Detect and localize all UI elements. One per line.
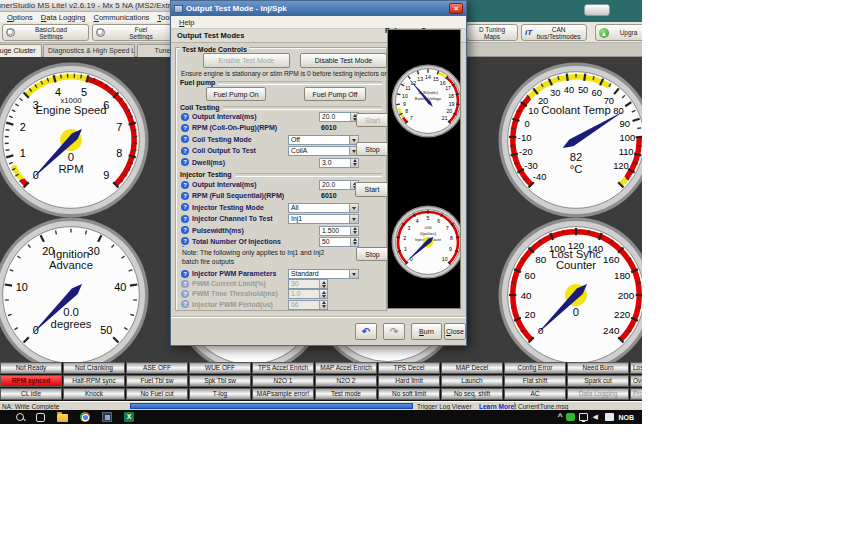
chevron-down-icon[interactable] xyxy=(349,204,358,212)
chevron-down-icon[interactable] xyxy=(349,270,358,278)
fuel-settings-button[interactable]: FuelSettings xyxy=(92,24,179,41)
help-icon[interactable] xyxy=(181,147,189,155)
spinner-arrows[interactable] xyxy=(319,301,327,309)
injector-start-button[interactable]: Start xyxy=(355,182,389,197)
indicator-n2o-2: N2O 2 xyxy=(315,375,377,387)
help-icon[interactable] xyxy=(181,270,189,278)
ignition-advance-gauge[interactable]: 01020304050IgnitionAdvance0.0degrees xyxy=(0,217,149,362)
spinner-field[interactable]: 1.0 xyxy=(288,289,328,299)
help-icon[interactable] xyxy=(181,124,189,132)
redo-icon[interactable] xyxy=(383,323,405,340)
dropdown-field[interactable]: Inj1 xyxy=(288,214,359,224)
close-button[interactable]: Close xyxy=(444,323,466,340)
spinner-arrows[interactable] xyxy=(350,159,358,167)
svg-text:3: 3 xyxy=(407,225,410,231)
injection-count-gauge[interactable]: 012345678910x100Injection Count0(pulses) xyxy=(391,205,461,283)
app-icon[interactable] xyxy=(102,412,112,422)
spinner-arrows[interactable] xyxy=(350,238,358,246)
dropdown-field[interactable]: Off xyxy=(288,135,359,145)
param-label: Output Interval(ms) xyxy=(192,113,257,120)
tab-diagnostics-loggers[interactable]: Diagnostics & High Speed Loggers xyxy=(43,44,135,57)
menu-data-logging[interactable]: Data Logging xyxy=(37,13,90,22)
spinner-arrows[interactable] xyxy=(350,227,358,235)
svg-text:degrees: degrees xyxy=(51,318,92,330)
basic-load-settings-button[interactable]: Basic/LoadSettings xyxy=(2,24,89,41)
indicator-over-b: Over b xyxy=(630,375,642,387)
dialog-titlebar[interactable]: Output Test Mode - Inj/Spk xyxy=(171,1,466,16)
note-dash: - xyxy=(182,242,184,249)
upgrade-button[interactable]: Upgra xyxy=(595,24,642,41)
menu-communications[interactable]: Communications xyxy=(89,13,153,22)
svg-text:40: 40 xyxy=(521,290,532,301)
tuning-maps-button[interactable]: D TuningMaps xyxy=(466,24,518,41)
tray-chevron-icon[interactable] xyxy=(558,412,563,422)
help-icon[interactable] xyxy=(181,215,189,223)
lost-sync-counter-gauge[interactable]: 020406080100120140160180200220240Lost Sy… xyxy=(498,217,642,362)
network-icon[interactable] xyxy=(579,413,588,421)
fuel-pump-off-button[interactable]: Fuel Pump Off xyxy=(304,87,366,101)
help-icon[interactable] xyxy=(181,181,189,189)
search-icon[interactable] xyxy=(16,413,24,421)
svg-text:20: 20 xyxy=(524,309,535,320)
help-icon[interactable] xyxy=(181,113,189,121)
learn-more-link[interactable]: Learn More! xyxy=(479,403,516,410)
spinner-field[interactable]: 50 xyxy=(319,237,359,247)
undo-icon[interactable] xyxy=(355,323,377,340)
param-label: Injector Channel To Test xyxy=(192,215,273,222)
spinner-field[interactable]: 30 xyxy=(288,279,328,289)
enable-test-mode-button[interactable]: Enable Test Mode xyxy=(203,53,290,68)
svg-text:90: 90 xyxy=(620,118,630,129)
help-icon[interactable] xyxy=(181,158,189,166)
help-icon[interactable] xyxy=(181,226,189,234)
fuel-pump-on-button[interactable]: Fuel Pump On xyxy=(206,87,266,101)
help-icon[interactable] xyxy=(181,135,189,143)
coolant-temp-gauge[interactable]: -40-30-20-100102030405060708090100110120… xyxy=(498,62,642,222)
help-icon[interactable] xyxy=(181,203,189,211)
gauge-icon xyxy=(6,28,15,37)
svg-text:0: 0 xyxy=(68,151,74,163)
spinner-arrows[interactable] xyxy=(319,290,327,298)
indicator-cl-idle: CL idle xyxy=(0,388,62,400)
help-icon[interactable] xyxy=(181,300,189,308)
svg-text:Counter: Counter xyxy=(556,259,596,271)
tray-shield-icon[interactable] xyxy=(566,413,575,421)
file-explorer-icon[interactable] xyxy=(57,414,68,422)
help-icon[interactable] xyxy=(181,290,189,298)
battery-voltage-gauge[interactable]: 789101112131415161718192021Battery Volta… xyxy=(391,64,461,142)
close-icon[interactable] xyxy=(449,3,463,14)
spinner-field[interactable]: 20.0 xyxy=(319,112,359,122)
indicator-spk-tbl-sw: Spk Tbl sw xyxy=(189,375,251,387)
dropdown-field[interactable]: CoilA xyxy=(288,146,359,156)
disable-test-mode-button[interactable]: Disable Test Mode xyxy=(300,53,387,68)
engine-speed-gauge[interactable]: 0123456789x1000Engine Speed0RPM xyxy=(0,62,149,222)
notifications-icon[interactable] xyxy=(605,413,614,421)
spinner-field[interactable]: 20.0 xyxy=(319,180,359,190)
svg-text:-40: -40 xyxy=(533,171,547,182)
spinner-field[interactable]: 66 xyxy=(288,300,328,310)
dialog-menu-help[interactable]: Help xyxy=(175,18,198,27)
keyboard-layout-label[interactable]: NOB xyxy=(618,414,634,421)
dropdown-field[interactable]: Standard xyxy=(288,269,359,279)
svg-text:9: 9 xyxy=(103,169,109,181)
chrome-icon[interactable] xyxy=(80,412,90,422)
chevron-down-icon[interactable] xyxy=(349,215,358,223)
svg-text:10: 10 xyxy=(528,105,538,116)
dropdown-field[interactable]: All xyxy=(288,203,359,213)
help-icon[interactable] xyxy=(181,280,189,288)
svg-text:11: 11 xyxy=(405,85,410,91)
spinner-field[interactable]: 1.500 xyxy=(319,226,359,236)
can-bus-testmodes-button[interactable]: iT CANbus/Testmodes xyxy=(521,24,587,41)
spinner-arrows[interactable] xyxy=(319,280,327,288)
window-control-button[interactable] xyxy=(584,4,610,16)
tab-gauge-cluster[interactable]: Gauge Cluster xyxy=(0,44,42,57)
burn-button[interactable]: Burn xyxy=(411,323,442,340)
indicator-spark-cut: Spark cut xyxy=(567,375,629,387)
svg-text:6: 6 xyxy=(437,218,440,224)
spinner-field[interactable]: 3.0 xyxy=(319,158,359,168)
excel-icon[interactable] xyxy=(124,412,134,422)
menu-options[interactable]: Options xyxy=(3,13,37,22)
help-icon[interactable] xyxy=(181,192,189,200)
volume-icon[interactable] xyxy=(592,413,601,421)
param-label: Injector PWM Period(us) xyxy=(192,301,273,308)
task-view-icon[interactable] xyxy=(36,413,45,422)
